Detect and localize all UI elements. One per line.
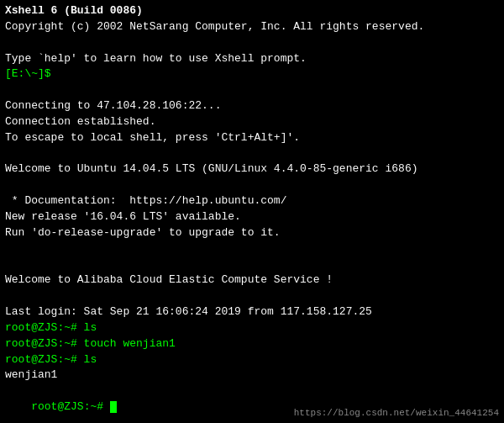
blank-line-2 bbox=[5, 82, 499, 98]
cmd-ls-2: root@ZJS:~# ls bbox=[5, 352, 499, 368]
blank-line-3 bbox=[5, 146, 499, 162]
upgrade-line: Run 'do-release-upgrade' to upgrade to i… bbox=[5, 225, 499, 241]
cursor bbox=[110, 401, 117, 413]
cmd-touch: root@ZJS:~# touch wenjian1 bbox=[5, 336, 499, 352]
cmd-ls-1: root@ZJS:~# ls bbox=[5, 320, 499, 336]
output-wenjian: wenjian1 bbox=[5, 367, 499, 383]
blank-line-4 bbox=[5, 177, 499, 193]
welcome-alibaba-line: Welcome to Alibaba Cloud Elastic Compute… bbox=[5, 272, 499, 288]
blank-line-6 bbox=[5, 257, 499, 273]
escape-line: To escape to local shell, press 'Ctrl+Al… bbox=[5, 130, 499, 146]
help-line: Type `help' to learn how to use Xshell p… bbox=[5, 51, 499, 67]
watermark: https://blog.csdn.net/weixin_44641254 bbox=[294, 408, 499, 418]
new-release-line: New release '16.04.6 LTS' available. bbox=[5, 209, 499, 225]
connecting-line: Connecting to 47.104.28.106:22... bbox=[5, 98, 499, 114]
copyright-line: Copyright (c) 2002 NetSarang Computer, I… bbox=[5, 19, 499, 35]
docs-line: * Documentation: https://help.ubuntu.com… bbox=[5, 193, 499, 209]
title-line: Xshell 6 (Build 0086) bbox=[5, 3, 499, 19]
last-login-line: Last login: Sat Sep 21 16:06:24 2019 fro… bbox=[5, 304, 499, 320]
blank-line-5 bbox=[5, 241, 499, 257]
prompt-line-1: [E:\~]$ bbox=[5, 66, 499, 82]
prompt-text: root@ZJS:~# bbox=[31, 400, 110, 413]
terminal-window: Xshell 6 (Build 0086) Copyright (c) 2002… bbox=[0, 0, 504, 423]
welcome-ubuntu-line: Welcome to Ubuntu 14.04.5 LTS (GNU/Linux… bbox=[5, 161, 499, 177]
established-line: Connection established. bbox=[5, 114, 499, 130]
blank-line-1 bbox=[5, 35, 499, 51]
blank-line-7 bbox=[5, 288, 499, 304]
